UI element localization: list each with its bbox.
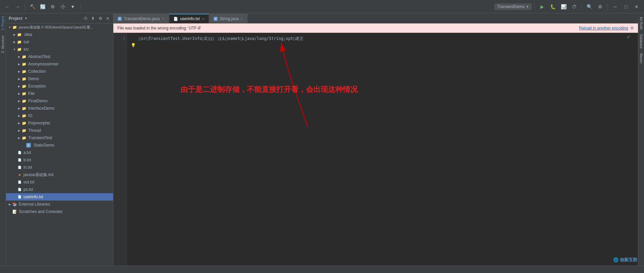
- right-bar-maven[interactable]: Maven: [639, 51, 644, 65]
- run-configuration[interactable]: TransientDemo ▼: [494, 3, 532, 10]
- folder-icon-abstracttest: 📁: [21, 54, 27, 59]
- tree-item-transienttest[interactable]: ▶ 📁 TransientTest: [6, 134, 113, 142]
- tree-item-intxt[interactable]: 📄 in.txt: [6, 164, 113, 171]
- window-max[interactable]: □: [621, 2, 631, 11]
- tree-item-abstracttest[interactable]: ▶ 📁 AbstractTest: [6, 53, 113, 60]
- arrow-idea: ▶: [12, 32, 17, 37]
- reload-btn[interactable]: 🔄: [38, 2, 47, 11]
- code-content: □sr□TransientTest.UserInfo□Z□□□ □□L□name…: [131, 36, 304, 42]
- tree-item-polymorphic[interactable]: ▶ 📁 Polymorphic: [6, 119, 113, 127]
- settings2-btn[interactable]: ⚙: [595, 2, 605, 11]
- back-btn[interactable]: ←: [3, 2, 12, 11]
- toolbar-center: 🔨 🔄 ⚙ ➕ ▼: [28, 2, 77, 11]
- sep3: [534, 3, 535, 10]
- main-area: 1: Project Z: Structure Project ▼ ➕ ⬆ ⚙ …: [0, 13, 644, 266]
- tree-item-file[interactable]: ▶ 📁 File: [6, 90, 113, 97]
- build-btn[interactable]: 🔨: [28, 2, 37, 11]
- arrow-demo: ▶: [17, 76, 21, 81]
- forward-btn[interactable]: →: [13, 2, 22, 11]
- tree-item-src[interactable]: ▼ 📁 src: [6, 46, 113, 53]
- right-bar-database[interactable]: Database: [639, 32, 644, 51]
- arrow-polymorphic: ▶: [17, 121, 21, 125]
- add-btn[interactable]: ➕: [58, 2, 67, 11]
- tree-item-thread[interactable]: ▶ 📁 Thread: [6, 127, 113, 134]
- tree-item-userinfotxt[interactable]: 📄 userinfo.txt: [6, 193, 113, 201]
- tree-item-scratches[interactable]: 📝 Scratches and Consoles: [6, 208, 113, 215]
- run-btn[interactable]: ▶: [537, 2, 547, 11]
- settings-icon[interactable]: ⚙: [630, 26, 634, 31]
- gear-btn[interactable]: ⚙: [98, 16, 103, 21]
- watermark: 🌐 创新互联: [613, 257, 637, 263]
- tree-item-root[interactable]: ▼ 📁 javase基础集 F:\IDEAworkSpace\JavaSE重..…: [6, 23, 113, 31]
- tree-item-demo[interactable]: ▶ 📁 Demo: [6, 75, 113, 83]
- tree-label-extlibs: External Libraries: [19, 202, 50, 207]
- tree-label-finaldemo: FinalDemo: [28, 99, 48, 103]
- tree-item-finaldemo[interactable]: ▶ 📁 FinalDemo: [6, 97, 113, 105]
- settings-btn[interactable]: ⚙: [48, 2, 57, 11]
- coverage-btn[interactable]: 📊: [559, 2, 568, 11]
- warning-message: File was loaded in the wrong encoding: '…: [117, 26, 579, 31]
- tree-item-idea[interactable]: ▶ 📁 .idea: [6, 31, 113, 38]
- tree-item-outtxt[interactable]: 📄 out.txt: [6, 178, 113, 186]
- tab-transientdemo[interactable]: C TransientDemo.java ✕: [113, 14, 169, 23]
- txt-icon-outtxt: 📄: [17, 179, 22, 185]
- tree-label-anonymousinner: AnonymousInner: [28, 62, 59, 66]
- tab-icon-transientdemo: C: [118, 17, 122, 21]
- tree-item-btxt[interactable]: 📄 b.txt: [6, 156, 113, 164]
- tree-label-userinfotxt: userinfo.txt: [23, 195, 43, 199]
- tree-label-thread: Thread: [28, 128, 41, 133]
- window-min[interactable]: ─: [610, 2, 620, 11]
- tree-item-anonymousinner[interactable]: ▶ 📁 AnonymousInner: [6, 60, 113, 68]
- tab-icon-userinfo: 📄: [173, 17, 178, 21]
- tree-item-io[interactable]: ▶ 📁 IO: [6, 112, 113, 119]
- sidebar-structure-label[interactable]: Z: Structure: [0, 33, 5, 56]
- folder-icon-thread: 📁: [21, 128, 27, 133]
- reload-encoding-link[interactable]: Reload in another encoding: [579, 26, 628, 31]
- tree-item-extlibs[interactable]: ▶ 📚 External Libraries: [6, 201, 113, 208]
- tree-item-iml[interactable]: ◆ javase基础集.iml: [6, 171, 113, 178]
- tab-close-userinfo[interactable]: ✕: [202, 17, 205, 21]
- project-dropdown-arrow[interactable]: ▼: [24, 17, 28, 20]
- tab-close-string[interactable]: ✕: [240, 17, 243, 20]
- arrow-exception: ▶: [17, 84, 21, 89]
- code-area[interactable]: □sr□TransientTest.UserInfo□Z□□□ □□L□name…: [127, 33, 638, 266]
- right-bar-artbuild[interactable]: Art Build: [639, 15, 644, 32]
- bulb-hint[interactable]: 💡: [131, 42, 634, 48]
- close-panel-btn[interactable]: ✕: [105, 16, 110, 21]
- tree-label-exception: Exception: [28, 84, 46, 89]
- txt-icon-btxt: 📄: [17, 157, 22, 163]
- editor-content: 1 □sr□TransientTest.UserInfo□Z□□□ □□L□na…: [113, 33, 638, 266]
- tree-item-atxt[interactable]: 📄 a.txt: [6, 149, 113, 156]
- tree-label-iml: javase基础集.iml: [23, 172, 53, 178]
- collapse-btn[interactable]: ▼: [68, 2, 77, 11]
- tree-item-collection[interactable]: ▶ 📁 Collection: [6, 68, 113, 75]
- sep1: [25, 3, 25, 10]
- project-tree: ▼ 📁 javase基础集 F:\IDEAworkSpace\JavaSE重..…: [6, 23, 113, 266]
- sidebar-project-label[interactable]: 1: Project: [0, 13, 5, 33]
- tree-label-abstracttest: AbstractTest: [28, 54, 50, 59]
- window-close[interactable]: ✕: [632, 2, 641, 11]
- tree-item-exception[interactable]: ▶ 📁 Exception: [6, 83, 113, 90]
- libs-icon: 📚: [12, 202, 17, 207]
- tree-item-out[interactable]: ▶ 📁 out: [6, 38, 113, 46]
- arrow-file: ▶: [17, 91, 21, 96]
- tab-userinfo[interactable]: 📄 userinfo.txt ✕: [169, 14, 209, 23]
- tree-item-pstxt[interactable]: 📄 ps.txt: [6, 186, 113, 193]
- txt-icon-userinfotxt: 📄: [17, 194, 22, 200]
- sync-btn[interactable]: ⬆: [90, 16, 96, 21]
- arrow-extlibs: ▶: [7, 202, 12, 207]
- tree-label-outtxt: out.txt: [23, 180, 35, 184]
- annotation-text: 由于是二进制存储，不能直接打开看，会出现这种情况: [180, 87, 358, 93]
- tab-close-transientdemo[interactable]: ✕: [162, 17, 164, 20]
- tree-label-pstxt: ps.txt: [23, 187, 33, 192]
- tree-item-staticdemo[interactable]: C StaticDemo: [6, 142, 113, 149]
- tree-label-staticdemo: StaticDemo: [34, 143, 54, 148]
- tab-string[interactable]: C String.java ✕: [209, 14, 248, 23]
- tree-label-demo: Demo: [28, 76, 39, 81]
- profile-btn[interactable]: ⏱: [570, 2, 579, 11]
- code-line-1: □sr□TransientTest.UserInfo□Z□□□ □□L□name…: [131, 36, 634, 42]
- debug-btn[interactable]: 🐛: [548, 2, 557, 11]
- add-module-btn[interactable]: ➕: [83, 16, 88, 21]
- tree-item-interfacedemo[interactable]: ▶ 📁 InterfaceDemo: [6, 105, 113, 112]
- search-everywhere-btn[interactable]: 🔍: [585, 2, 594, 11]
